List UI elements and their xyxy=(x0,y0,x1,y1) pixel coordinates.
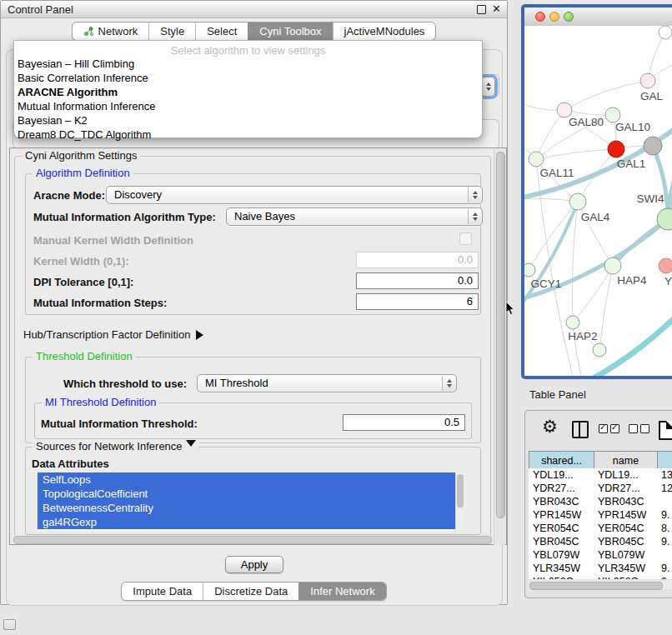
window-minimize-icon[interactable] xyxy=(549,12,559,22)
deselect-all-icon[interactable] xyxy=(629,424,638,433)
combo-arrows-icon xyxy=(468,188,481,202)
network-node[interactable] xyxy=(659,26,672,39)
deselect-all-icon[interactable] xyxy=(640,424,649,433)
algorithm-dropdown-placeholder: Select algorithm to view settings xyxy=(14,41,482,57)
kernel-width-field[interactable]: 0.0 xyxy=(356,252,479,268)
table-panel-title: Table Panel xyxy=(529,388,586,401)
tab-discretize-data[interactable]: Discretize Data xyxy=(203,582,298,600)
which-threshold-label: Which threshold to use: xyxy=(63,378,187,391)
aracne-mode-combo[interactable]: Discovery xyxy=(106,186,483,204)
select-all-icon[interactable] xyxy=(599,424,608,433)
table-panel: ⚙ shared... name A YDL19...YDL19...13YDR… xyxy=(524,410,672,598)
table-horizontal-scrollbar[interactable] xyxy=(529,581,672,589)
file-icon[interactable] xyxy=(659,421,672,440)
app-root: { "control_panel": { "title": "Control P… xyxy=(0,0,672,635)
tab-infer-network[interactable]: Infer Network xyxy=(298,582,385,600)
table-row[interactable]: YIL052CYIL052C9. xyxy=(529,575,672,579)
network-edge[interactable] xyxy=(529,202,578,270)
network-node-gal11[interactable] xyxy=(529,152,544,167)
network-node-gal4[interactable] xyxy=(569,193,586,210)
data-attributes-list[interactable]: SelfLoopsTopologicalCoefficientBetweenne… xyxy=(38,472,465,531)
network-edge[interactable] xyxy=(572,202,578,322)
window-zoom-icon[interactable] xyxy=(564,12,574,22)
network-node-hap4[interactable] xyxy=(604,258,621,274)
table-rows-body: YDL19...YDL19...13YDR27...YDR27...12YBR0… xyxy=(529,468,672,579)
table-scrollbar-thumb[interactable] xyxy=(529,582,663,590)
data-attributes-label: Data Attributes xyxy=(32,458,109,471)
aracne-mode-label: Aracne Mode: xyxy=(33,189,105,202)
algorithm-option[interactable]: Dream8 DC_TDC Algorithm xyxy=(14,128,482,142)
combo-arrows-icon xyxy=(442,376,455,391)
tab-network[interactable]: Network xyxy=(73,22,149,40)
table-row[interactable]: YLR345WYLR345W9. xyxy=(529,562,672,575)
attributes-scrollbar[interactable] xyxy=(455,472,465,531)
tab-cyni-toolbox[interactable]: Cyni Toolbox xyxy=(248,22,332,40)
network-edge[interactable] xyxy=(536,110,564,159)
network-window-titlebar[interactable] xyxy=(524,8,672,27)
apply-button[interactable]: Apply xyxy=(225,556,283,573)
network-node-y[interactable] xyxy=(659,258,672,273)
tab-select[interactable]: Select xyxy=(195,22,248,40)
collapsed-panel-button[interactable] xyxy=(3,619,16,630)
network-node-hap2[interactable] xyxy=(566,316,579,329)
vertical-scrollbar-thumb[interactable] xyxy=(496,152,505,518)
network-node[interactable] xyxy=(593,343,606,357)
node-label: GAL10 xyxy=(615,121,650,133)
algorithm-dropdown: Select algorithm to view settings Bayesi… xyxy=(13,40,483,138)
close-icon[interactable]: ✕ xyxy=(492,2,501,16)
algorithm-option[interactable]: Mutual Information Inference xyxy=(14,99,482,113)
table-row[interactable]: YDR27...YDR27...12 xyxy=(529,482,672,495)
attribute-item[interactable]: BetweennessCentrality xyxy=(38,501,465,515)
node-table-rows[interactable]: YDL19...YDL19...13YDR27...YDR27...12YBR0… xyxy=(529,468,672,579)
network-canvas[interactable]: GALGAL80GAL10GAL1GAL11SWI4GAL4GCY1HAP4YH… xyxy=(524,26,672,376)
algorithm-option[interactable]: Basic Correlation Inference xyxy=(14,71,482,85)
mi-type-combo[interactable]: Naive Bayes xyxy=(226,208,483,226)
gear-icon[interactable]: ⚙ xyxy=(542,416,558,438)
network-node[interactable] xyxy=(644,137,662,155)
table-row[interactable]: YBR043CYBR043C xyxy=(529,495,672,508)
algorithm-option[interactable]: Bayesian – K2 xyxy=(14,113,482,128)
node-label: HAP4 xyxy=(617,274,647,287)
mi-steps-field[interactable]: 6 xyxy=(356,293,479,310)
settings-scrollpane: Cyni Algorithm Settings Algorithm Defini… xyxy=(9,148,507,545)
horizontal-scrollbar[interactable] xyxy=(12,535,496,543)
table-row[interactable]: YPR145WYPR145W9. xyxy=(529,508,672,522)
network-node-gal1[interactable] xyxy=(608,141,624,158)
mi-steps-label: Mutual Information Steps: xyxy=(33,297,167,310)
network-edge[interactable] xyxy=(564,81,648,110)
table-toolbar: ⚙ xyxy=(525,418,672,444)
tab-jactivemnodules[interactable]: jActiveMNodules xyxy=(333,22,436,40)
algorithm-option[interactable]: ARACNE Algorithm xyxy=(14,85,482,99)
network-edge[interactable] xyxy=(536,149,616,159)
threshold-definition-group: Threshold Definition Which threshold to … xyxy=(25,357,481,443)
attribute-item[interactable]: gal4RGexp xyxy=(38,515,465,529)
node-label: GAL1 xyxy=(617,158,646,170)
columns-icon[interactable] xyxy=(572,421,589,438)
window-close-icon[interactable] xyxy=(535,12,545,22)
collapse-arrow-icon[interactable] xyxy=(186,440,196,452)
tab-style[interactable]: Style xyxy=(148,22,195,40)
hub-definition-expander[interactable]: Hub/Transcription Factor Definition xyxy=(23,328,208,341)
attribute-item[interactable]: SelfLoops xyxy=(38,472,465,487)
network-view-window: GALGAL80GAL10GAL1GAL11SWI4GAL4GCY1HAP4YH… xyxy=(521,4,672,379)
dpi-tolerance-field[interactable]: 0.0 xyxy=(356,272,479,289)
combo-arrows-icon xyxy=(468,209,481,224)
table-row[interactable]: YER054CYER054C8. xyxy=(529,522,672,535)
mi-threshold-field[interactable]: 0.5 xyxy=(343,414,465,431)
manual-kernel-label: Manual Kernel Width Definition xyxy=(33,234,193,248)
attribute-item[interactable]: TopologicalCoefficient xyxy=(38,487,465,501)
which-threshold-combo[interactable]: MI Threshold xyxy=(197,374,457,392)
table-row[interactable]: YBL079WYBL079W xyxy=(529,548,672,562)
horizontal-scrollbar-thumb[interactable] xyxy=(13,536,492,544)
float-icon[interactable] xyxy=(477,5,486,14)
table-row[interactable]: YDL19...YDL19...13 xyxy=(529,468,672,482)
select-all-icon[interactable] xyxy=(610,424,619,433)
table-row[interactable]: YBR045CYBR045C9. xyxy=(529,535,672,548)
tab-impute-data[interactable]: Impute Data xyxy=(122,582,203,600)
algorithm-option[interactable]: Bayesian – Hill Climbing xyxy=(14,57,482,71)
manual-kernel-checkbox[interactable] xyxy=(459,232,472,245)
network-node-gal[interactable] xyxy=(640,73,655,88)
network-node-gcy1[interactable] xyxy=(524,263,535,277)
vertical-scrollbar[interactable] xyxy=(494,149,505,545)
network-edge[interactable] xyxy=(599,266,613,350)
